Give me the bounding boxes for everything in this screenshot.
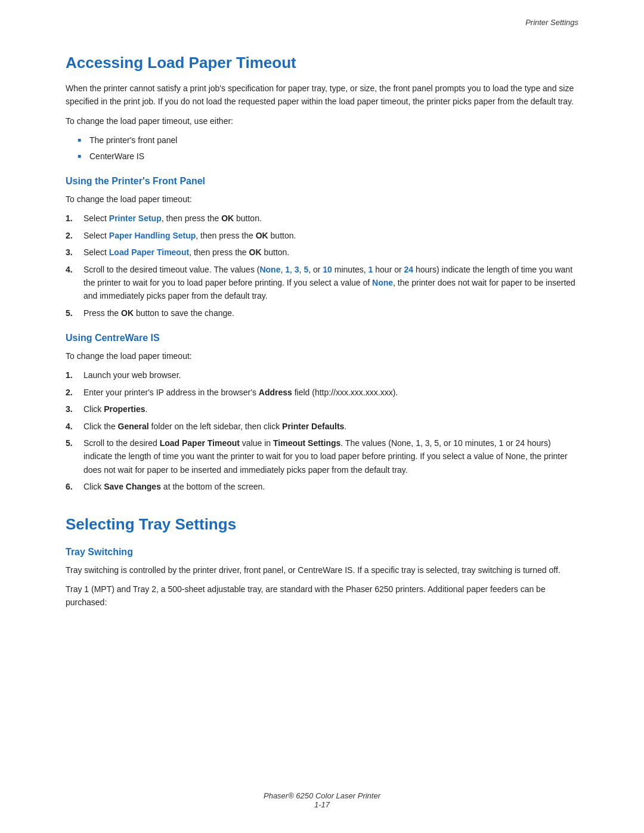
step-2: 2. Select Paper Handling Setup, then pre… <box>66 229 578 242</box>
subsection1-steps: 1. Select Printer Setup, then press the … <box>66 212 578 320</box>
footer-line2: 1-17 <box>0 800 644 809</box>
step-4: 4. Scroll to the desired timeout value. … <box>66 263 578 303</box>
cw-step-3: 3. Click Properties. <box>66 402 578 416</box>
section1-title: Accessing Load Paper Timeout <box>66 54 578 72</box>
subsection2-steps: 1. Launch your web browser. 2. Enter you… <box>66 368 578 493</box>
bullet-item-1: The printer's front panel <box>78 134 578 147</box>
section1-intro: When the printer cannot satisfy a print … <box>66 82 578 109</box>
step-5: 5. Press the OK button to save the chang… <box>66 306 578 320</box>
cw-step-5: 5. Scroll to the desired Load Paper Time… <box>66 436 578 476</box>
tray-switching-title: Tray Switching <box>66 547 578 558</box>
subsection1-intro: To change the load paper timeout: <box>66 193 578 206</box>
header-right: Printer Settings <box>525 18 578 27</box>
header-text: Printer Settings <box>525 18 578 27</box>
section1-bullets: The printer's front panel CenterWare IS <box>78 134 578 163</box>
footer-line1: Phaser® 6250 Color Laser Printer <box>0 791 644 800</box>
tray-switching-para2: Tray 1 (MPT) and Tray 2, a 500-sheet adj… <box>66 583 578 609</box>
tray-switching-para1: Tray switching is controlled by the prin… <box>66 563 578 577</box>
cw-step-2: 2. Enter your printer's IP address in th… <box>66 386 578 399</box>
section1-change-text: To change the load paper timeout, use ei… <box>66 114 578 128</box>
cw-step-6: 6. Click Save Changes at the bottom of t… <box>66 480 578 493</box>
cw-step-4: 4. Click the General folder on the left … <box>66 420 578 433</box>
cw-step-1: 1. Launch your web browser. <box>66 368 578 382</box>
subsection2-title: Using CentreWare IS <box>66 333 578 343</box>
bullet-item-2: CenterWare IS <box>78 150 578 163</box>
subsection2-intro: To change the load paper timeout: <box>66 349 578 363</box>
step-1: 1. Select Printer Setup, then press the … <box>66 212 578 225</box>
step-3: 3. Select Load Paper Timeout, then press… <box>66 246 578 259</box>
subsection1-title: Using the Printer's Front Panel <box>66 176 578 187</box>
section2-title: Selecting Tray Settings <box>66 515 578 534</box>
footer: Phaser® 6250 Color Laser Printer 1-17 <box>0 791 644 809</box>
page: Printer Settings Accessing Load Paper Ti… <box>0 0 644 833</box>
